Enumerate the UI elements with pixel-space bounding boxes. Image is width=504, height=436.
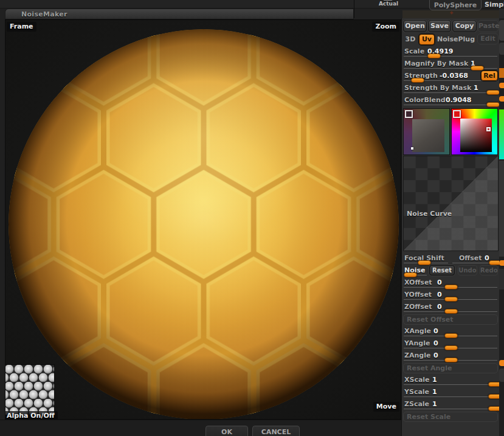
noisemaker-panel: Open Save Copy Paste 3D Uv NoisePlug Edi… [401, 18, 499, 436]
slider-handle[interactable] [444, 309, 458, 314]
undo-button[interactable]: Undo [458, 265, 477, 275]
slider-label: Scale [404, 47, 424, 55]
secondary-color-swatch[interactable] [405, 110, 413, 118]
reset-button[interactable]: Reset [429, 265, 455, 275]
mode-3d-button[interactable]: 3D [403, 34, 418, 45]
edge-fragment [499, 83, 504, 88]
slider-label: YAngle [404, 339, 430, 347]
reset-scale-button[interactable]: Reset Scale [403, 412, 498, 422]
slider-value: 0 [437, 303, 442, 311]
focal-shift-slider[interactable]: Focal Shift [402, 253, 450, 265]
slider-handle[interactable] [444, 333, 458, 338]
frame-button[interactable]: Frame [7, 22, 36, 32]
edit-button[interactable]: Edit [477, 33, 499, 44]
mode-noiseplug-button[interactable]: NoisePlug [437, 34, 475, 45]
background-app-edge [499, 9, 504, 436]
slider-label: XOffset [404, 279, 432, 286]
toolbar-divider [354, 0, 354, 18]
zscale-slider[interactable]: ZScale 1 [402, 399, 500, 411]
copy-button[interactable]: Copy [452, 20, 477, 32]
alpha-on-off-button[interactable]: Alpha On/Off [5, 411, 58, 420]
alpha-texture-thumbnail[interactable] [5, 364, 55, 415]
strength-by-mask-slider[interactable]: Strength By Mask 1 [402, 83, 500, 95]
zoffset-slider[interactable]: ZOffset 0 [402, 302, 500, 314]
app-window: Actual PolySphere SimpleB ✦ NoiseMaker [0, 0, 504, 436]
slider-label: Offset [459, 254, 482, 262]
slider-handle[interactable] [486, 90, 500, 95]
slider-handle[interactable] [411, 78, 424, 83]
slider-track [404, 92, 497, 93]
colorblend-slider[interactable]: ColorBlend 0.9048 [402, 95, 500, 107]
color-picker-sv-area[interactable] [460, 119, 492, 152]
zangle-slider[interactable]: ZAngle 0 [402, 350, 500, 362]
slider-handle[interactable] [471, 66, 484, 71]
slider-value: 1 [432, 388, 437, 396]
slider-handle[interactable] [404, 272, 417, 277]
slider-handle[interactable] [444, 345, 458, 350]
color-selector-dot[interactable] [411, 147, 413, 150]
slider-track [404, 105, 497, 105]
noise-slider[interactable]: Noise Reset Undo Redo [402, 265, 500, 277]
scale-slider[interactable]: Scale 0.4919 [402, 46, 500, 58]
slider-value: 1 [432, 400, 437, 408]
edge-fragment [499, 43, 504, 55]
actual-button[interactable]: Actual [375, 0, 402, 8]
yangle-slider[interactable]: YAngle 0 [402, 338, 500, 350]
save-button[interactable]: Save [428, 20, 451, 32]
zoom-button[interactable]: Zoom [372, 22, 399, 32]
edge-fragment [499, 369, 504, 382]
slider-handle[interactable] [444, 285, 458, 289]
slider-label: ZOffset [404, 303, 432, 311]
offset-slider[interactable]: Offset 0 [450, 253, 499, 265]
slider-track [404, 409, 497, 409]
move-button[interactable]: Move [373, 402, 399, 412]
rel-button[interactable]: Rel [481, 71, 498, 81]
slider-label: Magnify By Mask [404, 60, 468, 67]
yoffset-slider[interactable]: YOffset 0 [402, 289, 500, 302]
magnify-by-mask-slider[interactable]: Magnify By Mask 1 [402, 58, 500, 71]
reset-angle-button[interactable]: Reset Angle [403, 363, 498, 373]
edge-fragment [499, 9, 504, 18]
noise-curve-editor[interactable]: Noise Curve [403, 156, 499, 251]
color-picker-secondary[interactable] [403, 108, 450, 155]
color-picker-sv-area[interactable] [412, 119, 444, 152]
slider-handle[interactable] [444, 297, 458, 302]
slider-label: ZAngle [404, 351, 430, 359]
preview-sphere[interactable] [5, 20, 401, 420]
slider-handle[interactable] [418, 260, 431, 265]
main-color-swatch[interactable] [453, 110, 461, 118]
slider-label: ColorBlend [404, 96, 446, 104]
reset-offset-button[interactable]: Reset Offset [403, 314, 498, 325]
app-top-strip [0, 0, 504, 9]
noise-preview-viewport[interactable]: Frame Zoom Move Alpha On/Off [5, 19, 401, 420]
brush-name-label[interactable]: SimpleB [485, 1, 504, 9]
edge-fragment [499, 68, 504, 78]
xoffset-slider[interactable]: XOffset 0 [402, 277, 500, 289]
edge-fragment [499, 161, 504, 257]
slider-track [404, 396, 497, 397]
dialog-footer: OK CANCEL [0, 420, 401, 436]
tool-polysphere-button[interactable]: PolySphere [429, 0, 482, 10]
slider-label: ZScale [404, 400, 429, 408]
slider-value: 0.9048 [446, 96, 471, 104]
ok-button[interactable]: OK [205, 426, 248, 436]
paste-button[interactable]: Paste [478, 20, 499, 32]
edge-fragment [499, 260, 504, 266]
slider-handle[interactable] [427, 54, 441, 58]
slider-value: 0 [433, 351, 438, 359]
cancel-button[interactable]: CANCEL [252, 426, 300, 436]
slider-handle[interactable] [444, 358, 458, 362]
redo-button[interactable]: Redo [480, 265, 498, 275]
color-picker-main[interactable] [451, 108, 498, 155]
slider-label: YOffset [404, 291, 432, 299]
slider-label: XAngle [404, 327, 431, 335]
mode-uv-button[interactable]: Uv [419, 34, 435, 45]
slider-value: 0 [433, 339, 438, 347]
xscale-slider[interactable]: XScale 1 [402, 375, 500, 387]
strength-slider[interactable]: Strength -0.0368 Rel [402, 71, 500, 83]
slider-handle[interactable] [486, 102, 500, 107]
color-selector-dot[interactable] [486, 127, 491, 131]
open-button[interactable]: Open [403, 20, 427, 32]
yscale-slider[interactable]: YScale 1 [402, 387, 500, 399]
xangle-slider[interactable]: XAngle 0 [402, 326, 500, 338]
